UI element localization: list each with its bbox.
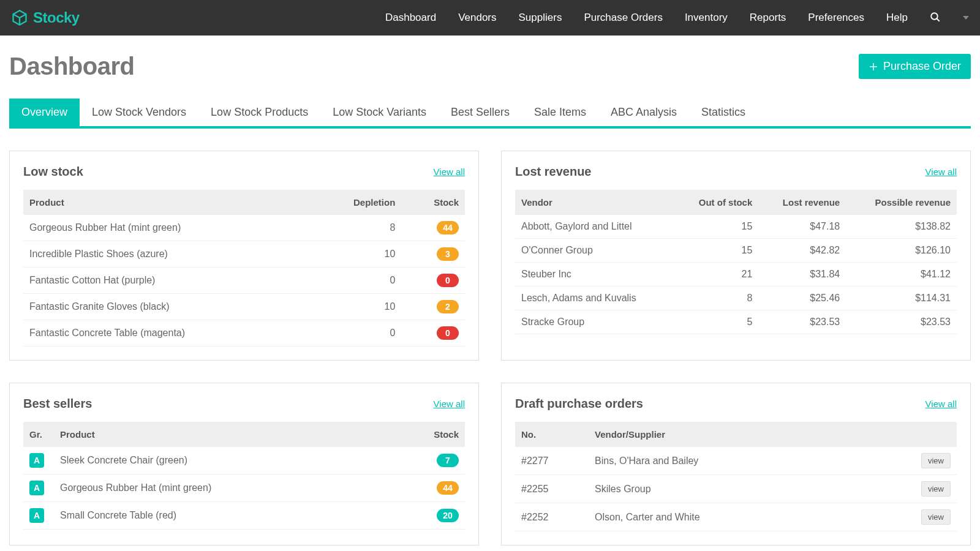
vendor-cell[interactable]: Olson, Carter and White [589,503,861,531]
stock-cell: 44 [389,474,465,502]
tab-low-stock-vendors[interactable]: Low Stock Vendors [80,99,198,126]
out-cell: 5 [676,310,759,334]
low-stock-table: Product Depletion Stock Gorgeous Rubber … [23,190,465,347]
product-cell[interactable]: Incredible Plastic Shoes (azure) [23,241,309,268]
col-depletion: Depletion [309,190,401,215]
grade-cell: A [23,474,54,502]
lost-cell: $47.18 [758,215,846,239]
card-title: Best sellers [23,397,92,411]
product-cell[interactable]: Sleek Concrete Chair (green) [54,447,389,474]
grade-badge: A [29,508,44,523]
table-row: ASleek Concrete Chair (green)7 [23,447,465,474]
tab-overview[interactable]: Overview [9,99,80,126]
nav-dashboard[interactable]: Dashboard [385,12,436,24]
tab-statistics[interactable]: Statistics [689,99,758,126]
vendor-cell[interactable]: Lesch, Adams and Kuvalis [515,287,676,310]
stock-cell: 0 [401,320,465,347]
product-cell[interactable]: Small Concrete Table (red) [54,502,389,530]
table-row: #2277Bins, O'Hara and Baileyview [515,447,957,475]
tab-best-sellers[interactable]: Best Sellers [439,99,522,126]
product-cell[interactable]: Fantastic Granite Gloves (black) [23,294,309,320]
table-row: Abbott, Gaylord and Littel15$47.18$138.8… [515,215,957,239]
out-cell: 15 [676,215,759,239]
view-all-link[interactable]: View all [434,167,465,177]
top-nav: DashboardVendorsSuppliersPurchase Orders… [385,12,969,24]
grade-badge: A [29,481,44,495]
logo[interactable]: Stocky [11,9,80,26]
product-cell[interactable]: Gorgeous Rubber Hat (mint green) [54,474,389,502]
depletion-cell: 10 [309,294,401,320]
po-number-cell[interactable]: #2277 [515,447,589,475]
view-button[interactable]: view [921,509,951,525]
page-title: Dashboard [9,53,134,80]
col-stock: Stock [401,190,465,215]
vendor-cell[interactable]: Skiles Group [589,475,861,503]
grade-cell: A [23,447,54,474]
view-button[interactable]: view [921,481,951,497]
col-possible: Possible revenue [846,190,957,215]
vendor-cell[interactable]: O'Conner Group [515,239,676,263]
stock-cell: 0 [401,268,465,294]
product-cell[interactable]: Fantastic Cotton Hat (purple) [23,268,309,294]
vendor-cell[interactable]: Stracke Group [515,310,676,334]
grade-cell: A [23,502,54,530]
view-button[interactable]: view [921,453,951,468]
po-button-label: Purchase Order [883,60,961,73]
chevron-down-icon[interactable] [963,16,969,20]
stock-pill: 0 [437,274,459,287]
grade-badge: A [29,453,44,468]
depletion-cell: 8 [309,215,401,241]
search-icon[interactable] [930,12,941,24]
card-title: Low stock [23,165,83,179]
col-lost: Lost revenue [758,190,846,215]
card-title: Lost revenue [515,165,591,179]
table-row: Stracke Group5$23.53$23.53 [515,310,957,334]
product-cell[interactable]: Gorgeous Rubber Hat (mint green) [23,215,309,241]
nav-help[interactable]: Help [886,12,908,24]
lost-revenue-table: Vendor Out of stock Lost revenue Possibl… [515,190,957,334]
po-number-cell[interactable]: #2255 [515,475,589,503]
po-number-cell[interactable]: #2252 [515,503,589,531]
vendor-cell[interactable]: Abbott, Gaylord and Littel [515,215,676,239]
stock-pill: 44 [437,221,459,234]
out-cell: 21 [676,263,759,287]
tabs: OverviewLow Stock VendorsLow Stock Produ… [9,99,971,129]
depletion-cell: 0 [309,320,401,347]
vendor-cell[interactable]: Steuber Inc [515,263,676,287]
tab-abc-analysis[interactable]: ABC Analysis [598,99,689,126]
tab-low-stock-products[interactable]: Low Stock Products [198,99,320,126]
view-all-link[interactable]: View all [925,399,957,409]
stock-pill: 7 [437,454,459,467]
new-purchase-order-button[interactable]: Purchase Order [859,54,971,79]
lost-cell: $31.84 [758,263,846,287]
table-row: ASmall Concrete Table (red)20 [23,502,465,530]
nav-inventory[interactable]: Inventory [685,12,728,24]
table-row: AGorgeous Rubber Hat (mint green)44 [23,474,465,502]
lost-revenue-card: Lost revenue View all Vendor Out of stoc… [501,151,971,361]
possible-cell: $126.10 [846,239,957,263]
view-all-link[interactable]: View all [434,399,465,409]
tab-sale-items[interactable]: Sale Items [522,99,598,126]
plus-icon [869,62,878,72]
nav-preferences[interactable]: Preferences [808,12,864,24]
stock-pill: 20 [437,509,459,522]
table-row: Incredible Plastic Shoes (azure)103 [23,241,465,268]
depletion-cell: 0 [309,268,401,294]
best-sellers-card: Best sellers View all Gr. Product Stock … [9,383,479,545]
svg-point-0 [931,13,938,20]
lost-cell: $42.82 [758,239,846,263]
nav-reports[interactable]: Reports [750,12,786,24]
nav-purchase-orders[interactable]: Purchase Orders [584,12,663,24]
draft-po-table: No. Vendor/Supplier #2277Bins, O'Hara an… [515,422,957,531]
stock-pill: 3 [437,247,459,261]
nav-vendors[interactable]: Vendors [458,12,496,24]
tab-low-stock-variants[interactable]: Low Stock Variants [320,99,439,126]
nav-suppliers[interactable]: Suppliers [519,12,562,24]
vendor-cell[interactable]: Bins, O'Hara and Bailey [589,447,861,475]
table-row: #2255Skiles Groupview [515,475,957,503]
lost-cell: $23.53 [758,310,846,334]
view-all-link[interactable]: View all [925,167,957,177]
table-row: Steuber Inc21$31.84$41.12 [515,263,957,287]
product-cell[interactable]: Fantastic Concrete Table (magenta) [23,320,309,347]
out-cell: 15 [676,239,759,263]
